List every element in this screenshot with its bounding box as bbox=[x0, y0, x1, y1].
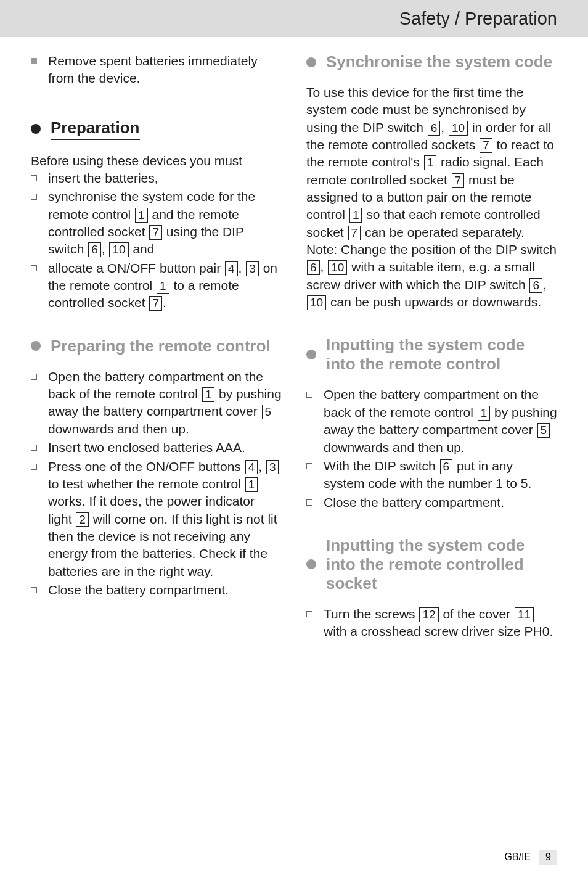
header-band: Safety / Preparation bbox=[0, 0, 588, 37]
list-item: Insert two enclosed batteries AAA. bbox=[31, 439, 282, 456]
text: Turn the screws bbox=[324, 607, 419, 621]
ref-number: 5 bbox=[262, 405, 275, 419]
heading-dot-icon bbox=[306, 350, 316, 359]
list-item: Open the battery compartment on the back… bbox=[31, 368, 282, 438]
heading-input-remote: Inputting the system code into the remot… bbox=[306, 335, 557, 374]
body-text: Close the battery compartment. bbox=[48, 581, 229, 599]
hollow-bullet-icon bbox=[306, 463, 312, 469]
body-text: Remove spent batteries immediately from … bbox=[48, 52, 282, 88]
body-text: With the DIP switch 6 put in any system … bbox=[324, 458, 557, 493]
hollow-bullet-icon bbox=[306, 499, 312, 506]
body-text: synchronise the system code for the remo… bbox=[48, 188, 282, 258]
footer: GB/IE 9 bbox=[504, 850, 557, 865]
hollow-bullet-icon bbox=[31, 175, 37, 181]
text: can be operated separately. bbox=[361, 225, 525, 239]
text: allocate a ON/OFF button pair bbox=[48, 261, 224, 275]
list-item: Press one of the ON/OFF buttons 4, 3 to … bbox=[31, 458, 282, 580]
text: can be push upwards or downwards. bbox=[327, 295, 541, 309]
heading-preparing-remote: Preparing the remote control bbox=[31, 337, 282, 356]
list-item: Open the battery compartment on the back… bbox=[306, 386, 557, 456]
heading-text: Synchronise the system code bbox=[326, 52, 552, 72]
text: , bbox=[441, 120, 448, 134]
hollow-bullet-icon bbox=[31, 194, 37, 200]
ref-number: 6 bbox=[440, 459, 453, 474]
ref-number: 6 bbox=[88, 242, 101, 257]
text: to test whether the remote control bbox=[48, 477, 245, 491]
body-text: Open the battery compartment on the back… bbox=[324, 386, 557, 456]
hollow-bullet-icon bbox=[31, 445, 37, 451]
ref-number: 12 bbox=[419, 607, 438, 622]
heading-dot-icon bbox=[31, 124, 41, 134]
heading-synchronise: Synchronise the system code bbox=[306, 52, 557, 72]
ref-number: 10 bbox=[449, 121, 468, 136]
ref-number: 6 bbox=[428, 121, 441, 136]
heading-preparation: Preparation bbox=[31, 118, 282, 140]
text: , bbox=[239, 261, 246, 275]
header-title: Safety / Preparation bbox=[399, 9, 557, 29]
text: Change the position of the DIP switch bbox=[337, 242, 557, 257]
footer-page-number: 9 bbox=[539, 850, 557, 865]
list-item: synchronise the system code for the remo… bbox=[31, 188, 282, 258]
ref-number: 1 bbox=[245, 477, 258, 492]
heading-text: Inputting the system code into the remot… bbox=[326, 536, 557, 593]
note-label: Note: bbox=[306, 242, 337, 257]
list-item: insert the batteries, bbox=[31, 170, 282, 187]
hollow-bullet-icon bbox=[306, 611, 312, 617]
text: downwards and then up. bbox=[324, 440, 465, 454]
hollow-bullet-icon bbox=[31, 374, 37, 380]
ref-number: 1 bbox=[478, 406, 491, 421]
body-text: Open the battery compartment on the back… bbox=[48, 368, 282, 438]
list-item: allocate a ON/OFF button pair 4, 3 on th… bbox=[31, 260, 282, 312]
ref-number: 1 bbox=[157, 279, 169, 294]
ref-number: 7 bbox=[149, 225, 162, 240]
text: . bbox=[163, 295, 166, 310]
text: downwards and then up. bbox=[48, 422, 189, 436]
ref-number: 10 bbox=[328, 260, 347, 275]
heading-dot-icon bbox=[31, 341, 41, 351]
heading-text: Preparing the remote control bbox=[51, 337, 271, 356]
list-item: Close the battery compartment. bbox=[306, 494, 557, 511]
heading-text: Preparation bbox=[51, 118, 140, 140]
ref-number: 1 bbox=[424, 155, 437, 170]
body-text: Insert two enclosed batteries AAA. bbox=[48, 439, 245, 456]
text: Press one of the ON/OFF buttons bbox=[48, 459, 245, 474]
hollow-bullet-icon bbox=[31, 587, 37, 593]
right-column: Synchronise the system code To use this … bbox=[306, 52, 557, 642]
ref-number: 2 bbox=[76, 512, 89, 527]
heading-dot-icon bbox=[306, 559, 316, 569]
footer-region: GB/IE bbox=[504, 852, 531, 863]
text: of the cover bbox=[439, 607, 514, 621]
text: with a crosshead screw driver size PH0. bbox=[324, 624, 553, 638]
text: , bbox=[543, 277, 547, 292]
body-text: insert the batteries, bbox=[48, 170, 158, 187]
list-item: Remove spent batteries immediately from … bbox=[31, 52, 282, 88]
content-area: Remove spent batteries immediately from … bbox=[0, 37, 588, 642]
body-text: Press one of the ON/OFF buttons 4, 3 to … bbox=[48, 458, 282, 580]
body-text: Turn the screws 12 of the cover 11 with … bbox=[324, 606, 557, 641]
body-text: Before using these devices you must bbox=[31, 152, 282, 170]
left-column: Remove spent batteries immediately from … bbox=[31, 52, 282, 642]
hollow-bullet-icon bbox=[31, 464, 37, 470]
heading-dot-icon bbox=[306, 57, 316, 67]
ref-number: 1 bbox=[135, 208, 148, 223]
ref-number: 6 bbox=[529, 278, 542, 293]
ref-number: 3 bbox=[246, 261, 259, 276]
ref-number: 7 bbox=[480, 138, 492, 153]
ref-number: 7 bbox=[452, 173, 465, 188]
text: , bbox=[321, 260, 328, 274]
text: and bbox=[129, 242, 155, 256]
list-item: Close the battery compartment. bbox=[31, 581, 282, 599]
body-text: allocate a ON/OFF button pair 4, 3 on th… bbox=[48, 260, 282, 312]
ref-number: 3 bbox=[266, 460, 279, 475]
ref-number: 1 bbox=[202, 387, 215, 402]
ref-number: 5 bbox=[537, 423, 550, 438]
ref-number: 4 bbox=[245, 460, 258, 475]
ref-number: 11 bbox=[515, 607, 534, 622]
heading-input-socket: Inputting the system code into the remot… bbox=[306, 536, 557, 593]
text: , bbox=[258, 459, 266, 474]
hollow-bullet-icon bbox=[306, 392, 312, 398]
square-bullet-icon bbox=[31, 58, 37, 64]
text: With the DIP switch bbox=[324, 459, 439, 473]
ref-number: 1 bbox=[349, 208, 362, 223]
ref-number: 7 bbox=[149, 296, 162, 311]
